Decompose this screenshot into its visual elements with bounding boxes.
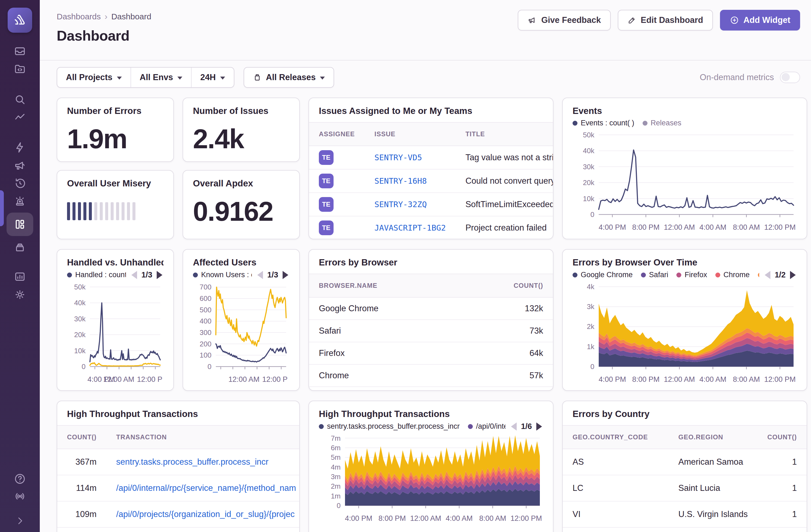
affected-users-line-chart[interactable]: 010020030040050060070012:00 AM12:00 P — [193, 281, 289, 383]
column-header-count[interactable]: COUNT() — [758, 425, 807, 449]
assignee-avatar[interactable]: TE — [319, 173, 334, 188]
legend-item[interactable]: Google Chrome — [572, 271, 633, 279]
pager-prev-icon — [257, 271, 263, 279]
help-button[interactable] — [14, 473, 26, 485]
column-header-transaction[interactable]: TRANSACTION — [106, 425, 300, 449]
high-throughput-stacked-chart[interactable]: 01m2m3m4m5m6m7m4:00 PM8:00 PM12:00 AM4:0… — [319, 432, 543, 522]
issue-link[interactable]: SENTRY-VD5 — [374, 153, 422, 162]
sidebar-item-stats[interactable] — [14, 270, 26, 283]
widget-user-misery[interactable]: Overall User Misery — [57, 170, 174, 239]
sidebar-item-feedback[interactable] — [14, 159, 26, 172]
events-line-chart[interactable]: 010k20k30k40k50k4:00 PM8:00 PM12:00 AM4:… — [572, 129, 797, 231]
widget-number-of-errors[interactable]: Number of Errors 1.9m — [57, 97, 174, 162]
legend-dot-icon — [715, 273, 720, 277]
search-icon — [14, 93, 26, 106]
widget-pager[interactable]: 1/2 — [765, 270, 796, 279]
svg-text:6m: 6m — [331, 444, 341, 452]
chart-legend: Known Users : cour — [193, 271, 252, 279]
widget-issues-assigned[interactable]: Issues Assigned to Me or My Teams ASSIGN… — [308, 97, 553, 239]
sidebar-item-releases[interactable] — [14, 241, 26, 254]
assignee-avatar[interactable]: TE — [319, 221, 334, 235]
issue-link[interactable]: JAVASCRIPT-1BG2 — [374, 223, 446, 232]
issue-link[interactable]: SENTRY-16H8 — [374, 176, 427, 186]
environment-filter[interactable]: All Envs — [131, 67, 191, 87]
column-header-title[interactable]: TITLE — [456, 122, 553, 146]
widget-pager[interactable]: 1/3 — [257, 270, 288, 279]
legend-dot-icon — [758, 273, 759, 277]
column-header-assignee[interactable]: ASSIGNEE — [309, 122, 365, 146]
sidebar-item-dashboards[interactable] — [6, 213, 33, 236]
sidebar-item-explore[interactable] — [14, 93, 26, 106]
widget-affected-users[interactable]: Affected Users Known Users : cour 1/3 01… — [183, 249, 300, 391]
errors-by-browser-stacked-chart[interactable]: 01k2k3k4k4:00 PM8:00 PM12:00 AM4:00 AM8:… — [572, 281, 797, 383]
widget-errors-by-country[interactable]: Errors by Country GEO.COUNTRY_CODEGEO.RE… — [562, 401, 807, 532]
widget-errors-by-browser[interactable]: Errors by Browser BROWSER.NAMECOUNT()Goo… — [308, 249, 553, 391]
sidebar-collapse-button[interactable] — [14, 515, 26, 527]
sidebar-item-alerts[interactable] — [14, 195, 26, 208]
breadcrumb-dashboards[interactable]: Dashboards — [57, 12, 101, 21]
column-header-code[interactable]: GEO.COUNTRY_CODE — [563, 425, 669, 449]
give-feedback-button[interactable]: Give Feedback — [518, 10, 611, 31]
sidebar-item-projects[interactable] — [14, 63, 26, 75]
transaction-link[interactable]: /api/0/internal/rpc/{service_name}/{meth… — [116, 483, 296, 493]
table-row: 76m/{organization_slug}/ — [57, 527, 300, 532]
legend-item[interactable]: sentry.tasks.process_buffer.process_incr — [319, 422, 460, 431]
widget-pager[interactable]: 1/6 — [511, 422, 542, 431]
transaction-link[interactable]: sentry.tasks.process_buffer.process_incr — [116, 457, 269, 467]
ondemand-metrics-toggle[interactable] — [780, 72, 800, 83]
legend-item[interactable]: Events : count( ) — [572, 119, 634, 127]
column-header-region[interactable]: GEO.REGION — [669, 425, 757, 449]
legend-item[interactable]: Known Users : cour — [193, 271, 252, 279]
widget-number-of-issues[interactable]: Number of Issues 2.4k — [183, 97, 300, 162]
widget-handled-unhandled[interactable]: Handled vs. Unhandled Handled : count( )… — [57, 249, 174, 391]
legend-item[interactable]: Safari — [641, 271, 669, 279]
legend-item[interactable]: Chrome — [715, 271, 750, 279]
releases-filter[interactable]: All Releases — [244, 67, 334, 87]
legend-item[interactable]: /api/0/internal/r — [468, 422, 506, 431]
sidebar-item-replays[interactable] — [14, 177, 26, 190]
column-header-name[interactable]: BROWSER.NAME — [309, 274, 459, 297]
project-filter[interactable]: All Projects — [57, 67, 131, 87]
whats-new-button[interactable] — [14, 490, 26, 503]
date-range-filter[interactable]: 24H — [191, 67, 234, 87]
add-widget-button[interactable]: Add Widget — [720, 10, 800, 31]
chart-legend: Handled : count( ) — [67, 271, 126, 279]
svg-text:12:00 P: 12:00 P — [262, 375, 288, 383]
legend-item[interactable]: Releases — [643, 119, 682, 127]
widget-high-throughput-chart[interactable]: High Throughput Transactions sentry.task… — [308, 401, 553, 532]
assignee-avatar[interactable]: TE — [319, 197, 334, 212]
widget-apdex[interactable]: Overall Apdex 0.9162 — [183, 170, 300, 239]
svg-text:2k: 2k — [587, 322, 595, 331]
column-header-issue[interactable]: ISSUE — [365, 122, 456, 146]
svg-text:10k: 10k — [74, 347, 86, 355]
legend-item[interactable]: Firefox — [676, 271, 707, 279]
sidebar-item-settings[interactable] — [14, 288, 26, 301]
edit-dashboard-button[interactable]: Edit Dashboard — [618, 10, 713, 31]
column-header-count[interactable]: COUNT() — [57, 425, 106, 449]
widget-errors-by-browser-over-time[interactable]: Errors by Browser Over Time Google Chrom… — [562, 249, 807, 391]
sidebar-item-issues[interactable] — [14, 45, 26, 57]
megaphone-icon — [527, 16, 537, 25]
issue-link[interactable]: SENTRY-32ZQ — [374, 200, 427, 209]
legend-dot-icon — [676, 273, 681, 277]
handled-line-chart[interactable]: 010k20k30k40k50k4:00 PM12:00 AM12:00 P — [67, 281, 164, 383]
sentry-logo[interactable] — [7, 7, 32, 33]
transaction-link[interactable]: /api/0/projects/{organization_id_or_slug… — [116, 510, 295, 519]
broadcast-icon — [14, 490, 26, 503]
widget-high-throughput-table[interactable]: High Throughput Transactions COUNT()TRAN… — [57, 401, 300, 532]
legend-item[interactable]: Mobile S — [758, 271, 759, 279]
widget-title: Errors by Browser Over Time — [572, 257, 797, 268]
assignee-avatar[interactable]: TE — [319, 150, 334, 165]
sidebar-item-performance[interactable] — [14, 111, 26, 124]
column-header-count[interactable]: COUNT() — [459, 274, 553, 297]
widget-events[interactable]: Events Events : count( )Releases 010k20k… — [562, 97, 807, 239]
megaphone-icon — [14, 159, 26, 172]
widget-title: Errors by Browser — [319, 257, 543, 268]
widget-title: Affected Users — [193, 257, 289, 268]
legend-item[interactable]: Handled : count( ) — [67, 271, 126, 279]
sidebar-item-insights[interactable] — [14, 141, 26, 154]
svg-text:30k: 30k — [583, 163, 595, 171]
svg-text:8:00 PM: 8:00 PM — [632, 375, 660, 383]
release-icon — [253, 73, 262, 82]
widget-pager[interactable]: 1/3 — [131, 270, 163, 279]
